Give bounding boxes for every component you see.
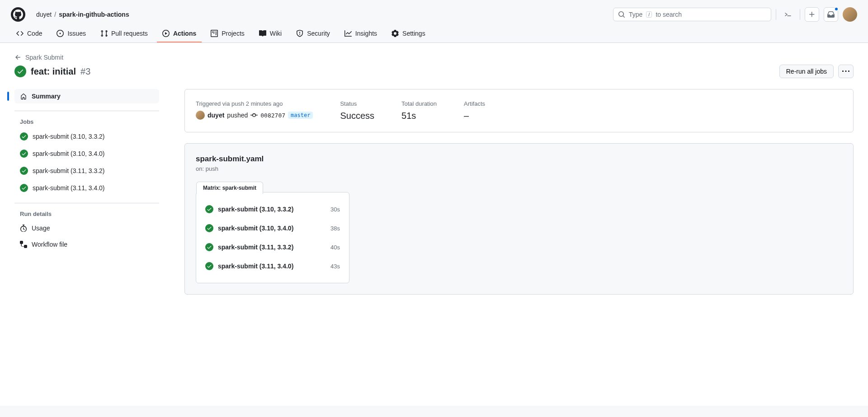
- check-icon: [17, 68, 24, 75]
- artifacts-value: –: [464, 111, 485, 121]
- job-status-icon: [20, 184, 28, 192]
- search-kbd: /: [646, 11, 652, 18]
- terminal-icon: [784, 11, 792, 18]
- matrix-job-row[interactable]: spark-submit (3.10, 3.4.0)38s: [205, 219, 340, 238]
- trigger-row: duyet pushed 0082707 master: [196, 111, 313, 120]
- job-status-icon: [205, 243, 213, 251]
- tab-label: Code: [27, 30, 42, 37]
- command-palette-button[interactable]: [781, 7, 795, 22]
- breadcrumb: duyet / spark-in-github-actions: [36, 11, 129, 18]
- tab-projects[interactable]: Projects: [205, 25, 250, 42]
- more-options-button[interactable]: [838, 65, 854, 78]
- matrix-tab-label: Matrix: spark-submit: [196, 182, 263, 194]
- matrix-job-row[interactable]: spark-submit (3.11, 3.3.2)40s: [205, 238, 340, 257]
- tab-pull-requests[interactable]: Pull requests: [95, 25, 153, 42]
- sidebar-job-item[interactable]: spark-submit (3.10, 3.4.0): [14, 146, 159, 161]
- run-details-heading: Run details: [14, 203, 159, 221]
- tab-wiki[interactable]: Wiki: [254, 25, 287, 42]
- kebab-icon: [842, 68, 849, 75]
- sidebar-item-label: Workflow file: [32, 241, 67, 248]
- issues-icon: [57, 30, 64, 37]
- projects-icon: [211, 30, 218, 37]
- duration-label: Total duration: [401, 100, 437, 107]
- run-status-icon: [14, 66, 26, 77]
- trigger-action: pushed: [227, 112, 248, 119]
- job-name: spark-submit (3.10, 3.3.2): [33, 133, 105, 140]
- actor-name[interactable]: duyet: [208, 112, 224, 119]
- tab-security[interactable]: Security: [291, 25, 335, 42]
- code-icon: [16, 30, 24, 37]
- jobs-heading: Jobs: [14, 111, 159, 129]
- workflow-card: spark-submit.yaml on: push Matrix: spark…: [184, 143, 854, 295]
- create-button[interactable]: [805, 7, 819, 22]
- user-avatar[interactable]: [843, 7, 857, 22]
- main-content-wrap: Spark Submit feat: initial #3 Re-run all…: [0, 43, 868, 406]
- tab-settings[interactable]: Settings: [386, 25, 431, 42]
- matrix-job-duration: 30s: [330, 206, 340, 213]
- job-name: spark-submit (3.11, 3.4.0): [33, 184, 105, 192]
- matrix-job-row[interactable]: spark-submit (3.11, 3.4.0)43s: [205, 257, 340, 276]
- tab-label: Pull requests: [111, 30, 148, 37]
- security-icon: [296, 30, 303, 37]
- sidebar-summary[interactable]: Summary: [14, 89, 159, 103]
- status-label: Status: [340, 100, 374, 107]
- home-icon: [20, 93, 27, 100]
- top-right-controls: Type / to search: [613, 7, 857, 22]
- search-input[interactable]: Type / to search: [613, 8, 771, 21]
- run-title-row: feat: initial #3 Re-run all jobs: [14, 65, 854, 78]
- job-status-icon: [20, 150, 28, 158]
- job-status-icon: [20, 167, 28, 175]
- arrow-left-icon: [14, 54, 22, 61]
- matrix-job-name: spark-submit (3.11, 3.3.2): [218, 244, 326, 251]
- sidebar-item-label: Usage: [32, 225, 50, 232]
- back-link[interactable]: Spark Submit: [14, 54, 854, 61]
- duration-col: Total duration 51s: [401, 100, 437, 121]
- matrix-job-duration: 38s: [330, 225, 340, 232]
- notification-dot: [834, 7, 839, 11]
- rerun-all-jobs-button[interactable]: Re-run all jobs: [779, 65, 834, 78]
- search-icon: [618, 11, 625, 18]
- summary-card: Triggered via push 2 minutes ago duyet p…: [184, 89, 854, 132]
- tab-issues[interactable]: Issues: [51, 25, 91, 42]
- tab-label: Issues: [67, 30, 85, 37]
- stopwatch-icon: [20, 225, 27, 232]
- matrix-job-duration: 40s: [330, 244, 340, 251]
- pr-icon: [100, 30, 108, 37]
- sidebar: Summary Jobs spark-submit (3.10, 3.3.2)s…: [14, 89, 159, 295]
- tab-actions[interactable]: Actions: [157, 25, 202, 42]
- back-link-text: Spark Submit: [25, 54, 63, 61]
- job-name: spark-submit (3.11, 3.3.2): [33, 167, 105, 174]
- github-icon: [13, 9, 23, 19]
- divider: [776, 9, 776, 20]
- sidebar-workflow-file[interactable]: Workflow file: [14, 237, 159, 252]
- search-text-suffix: to search: [656, 11, 682, 18]
- github-logo[interactable]: [11, 7, 25, 22]
- sidebar-job-item[interactable]: spark-submit (3.11, 3.4.0): [14, 180, 159, 196]
- run-number: #3: [80, 66, 90, 77]
- sidebar-usage[interactable]: Usage: [14, 221, 159, 235]
- tab-label: Actions: [173, 30, 196, 37]
- owner-link[interactable]: duyet: [36, 11, 52, 18]
- plus-icon: [808, 11, 816, 18]
- actor-avatar[interactable]: [196, 111, 205, 120]
- matrix-job-row[interactable]: spark-submit (3.10, 3.3.2)30s: [205, 200, 340, 219]
- matrix-job-name: spark-submit (3.11, 3.4.0): [218, 262, 326, 270]
- actions-icon: [162, 30, 170, 37]
- run-title: feat: initial: [31, 66, 76, 77]
- top-header: duyet / spark-in-github-actions Type / t…: [0, 0, 868, 25]
- tab-label: Wiki: [270, 30, 282, 37]
- workflow-trigger: on: push: [196, 165, 842, 172]
- artifacts-label: Artifacts: [464, 100, 485, 107]
- matrix-job-name: spark-submit (3.10, 3.4.0): [218, 225, 326, 232]
- inbox-icon: [827, 11, 835, 18]
- notifications-button[interactable]: [824, 7, 838, 22]
- workflow-icon: [20, 241, 27, 248]
- tab-code[interactable]: Code: [11, 25, 47, 42]
- commit-sha[interactable]: 0082707: [260, 112, 285, 119]
- repo-link[interactable]: spark-in-github-actions: [59, 11, 129, 18]
- sidebar-job-item[interactable]: spark-submit (3.10, 3.3.2): [14, 129, 159, 144]
- branch-tag[interactable]: master: [288, 112, 313, 119]
- divider: [800, 9, 800, 20]
- tab-insights[interactable]: Insights: [339, 25, 382, 42]
- sidebar-job-item[interactable]: spark-submit (3.11, 3.3.2): [14, 163, 159, 178]
